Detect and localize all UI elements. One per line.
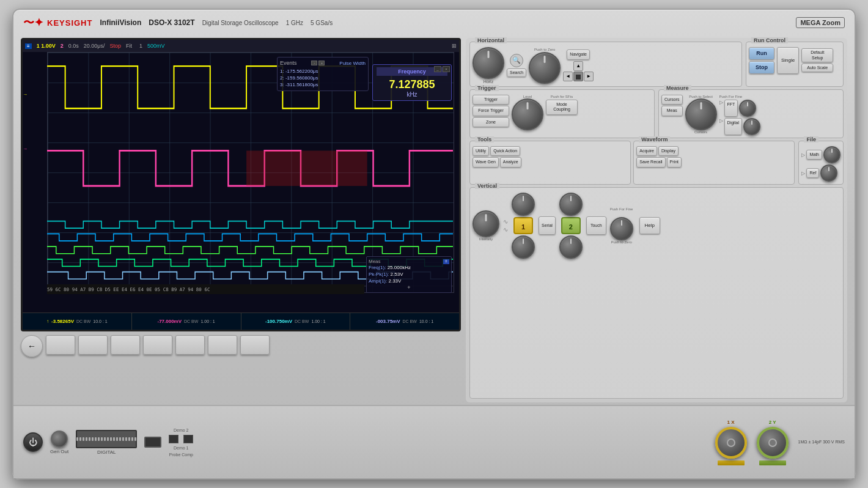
nav-left[interactable]: ◄	[563, 72, 573, 81]
ch4-status-bar: -003.75mV DC BW 10.0 : 1	[350, 313, 459, 330]
search-button[interactable]: Search	[507, 68, 526, 77]
nav-up[interactable]: ▲	[573, 61, 583, 71]
trigger-level-knob[interactable]	[512, 98, 543, 130]
fft-button[interactable]: FFT	[724, 100, 738, 117]
auto-scale-button[interactable]: Auto Scale	[801, 64, 833, 72]
vert-right-knob[interactable]	[610, 217, 633, 240]
pin-4	[86, 437, 87, 441]
ch2-position-knob[interactable]	[559, 193, 583, 216]
tools-section: Tools Utility Quick Action Wave Gen Anal…	[469, 141, 631, 185]
zone-button[interactable]: Zone	[473, 117, 509, 127]
events-label: Events	[280, 60, 297, 66]
pin-15	[119, 437, 121, 441]
ref-button[interactable]: Ref	[806, 168, 819, 178]
bnc-connectors: 1 X 2 Y 1MΩ ± 14pF 300 V RMS	[715, 420, 845, 465]
probe-comp-label: Probe Comp	[169, 453, 193, 457]
softkey-2[interactable]	[78, 335, 108, 355]
utility-button[interactable]: Utility	[473, 146, 489, 156]
pin-11	[107, 437, 109, 441]
events-minus[interactable]: -	[311, 61, 317, 65]
ch1-bnc-ridge	[718, 460, 745, 465]
search-icon-button[interactable]: 🔍	[510, 54, 523, 67]
softkey-7[interactable]	[240, 335, 270, 355]
navigate-button[interactable]: Navigate	[567, 50, 590, 59]
pulse-meas-3: 3: -311.561800μs	[280, 81, 366, 88]
stop-button[interactable]: Stop	[749, 61, 774, 74]
pulse-meas-1: 1: -175.562200μs	[280, 68, 366, 75]
analyze-button[interactable]: Analyze	[500, 157, 521, 167]
ch2-status-bar: -77.000mV DC BW 1.00 : 1	[132, 313, 241, 330]
trigger-measure-row: Trigger Trigger Force Trigger Zone Level	[469, 89, 844, 138]
softkey-5[interactable]	[175, 335, 205, 355]
meas-button[interactable]: Meas	[661, 106, 683, 116]
brand-name: KEYSIGHT	[47, 18, 92, 28]
events-plus[interactable]: +	[318, 61, 325, 65]
horizontal-scale-knob[interactable]	[529, 52, 561, 84]
default-setup-button[interactable]: Default Setup	[801, 48, 833, 62]
meas-panel-title: Meas	[369, 259, 381, 264]
help-group: Help	[639, 217, 660, 234]
waveform-buttons: Acquire Display Save Recall Print	[636, 146, 792, 168]
help-button[interactable]: Help	[639, 217, 660, 234]
level-knob-group: Level	[512, 95, 543, 130]
math-button[interactable]: Math	[806, 150, 822, 160]
math-knob[interactable]	[823, 146, 840, 163]
softkey-4[interactable]	[143, 335, 172, 355]
force-trigger-button[interactable]: Force Trigger	[473, 106, 509, 116]
display-button[interactable]: Display	[658, 146, 679, 156]
hex-text: 59 6C 80 94 A7 B9 C8 D5 EE E4 E6 E4 0E 0…	[47, 287, 210, 292]
demo1-label: Demo 1	[174, 446, 189, 450]
ch2-button[interactable]: 2	[561, 217, 581, 234]
nav-stop-icon	[573, 72, 583, 81]
ch3-probe-label: 1.00 : 1	[311, 319, 325, 323]
power-button[interactable]: ⏻	[23, 432, 43, 452]
ref-knob[interactable]	[820, 165, 837, 182]
print-button[interactable]: Print	[667, 157, 682, 167]
nav-right[interactable]: ►	[584, 72, 594, 81]
trigger-buttons: Trigger Force Trigger Zone	[473, 95, 509, 127]
acquire-button[interactable]: Acquire	[636, 146, 657, 156]
channel-status-bar: ↑ -3.58265V DC BW 10.0 : 1 -77.000mV DC …	[23, 312, 459, 330]
mega-zoom-badge: MEGA Zoom	[796, 17, 845, 28]
trigger-button[interactable]: Trigger	[473, 95, 509, 105]
time-base: 20.00μs/	[84, 43, 105, 49]
frequency-measurement-popup: Frequency 7.127885 kHz _ ×	[372, 64, 452, 101]
tools-row: Tools Utility Quick Action Wave Gen Anal…	[469, 141, 844, 185]
ch1-status: 1 1.00V	[37, 43, 56, 49]
back-button[interactable]: ←	[21, 335, 43, 357]
ch2-scale-knob[interactable]	[559, 235, 583, 259]
cursors-button[interactable]: Cursors	[661, 95, 683, 105]
popup-close[interactable]: ×	[443, 66, 450, 72]
arrow-right-2: ▷	[719, 118, 723, 135]
ch1-scale-knob[interactable]	[512, 235, 535, 259]
run-button[interactable]: Run	[749, 47, 774, 60]
softkey-1[interactable]	[46, 335, 75, 355]
nav-controls: ▲ ◄ ►	[563, 61, 594, 81]
touch-button[interactable]: Touch	[586, 216, 606, 235]
ch2-bnc-ridge	[759, 460, 786, 465]
pin-3	[83, 437, 84, 441]
oscilloscope-body: 〜✦ KEYSIGHT InfiniiVision DSO-X 3102T Di…	[12, 9, 856, 479]
run-control-label: Run Control	[751, 37, 788, 43]
wave-gen-button[interactable]: Wave Gen	[473, 157, 499, 167]
ch1-button[interactable]: 1	[513, 217, 533, 234]
save-recall-button[interactable]: Save Recall	[636, 157, 665, 167]
ch-indicators-left: → →	[23, 92, 47, 152]
serial-button[interactable]: Serial	[539, 216, 556, 235]
digital-knob[interactable]	[743, 118, 760, 135]
pin-7	[95, 437, 97, 441]
intensity-knob[interactable]	[473, 210, 499, 237]
fft-knob[interactable]	[739, 100, 756, 117]
hex-display: 59 6C 80 94 A7 B9 C8 D5 EE E4 E6 E4 0E 0…	[47, 284, 364, 294]
ch1-position-knob[interactable]	[512, 193, 535, 216]
quick-action-button[interactable]: Quick Action	[490, 146, 520, 156]
popup-minimize[interactable]: _	[434, 66, 441, 72]
digital-button[interactable]: Digital	[724, 118, 742, 135]
add-meas-plus[interactable]: +	[369, 284, 449, 290]
softkey-3[interactable]	[111, 335, 140, 355]
mode-coupling-button[interactable]: Mode Coupling	[546, 100, 578, 115]
single-button[interactable]: Single	[777, 47, 799, 74]
softkey-6[interactable]	[208, 335, 237, 355]
horizontal-position-knob[interactable]	[473, 47, 504, 79]
measure-knob[interactable]	[685, 98, 717, 130]
